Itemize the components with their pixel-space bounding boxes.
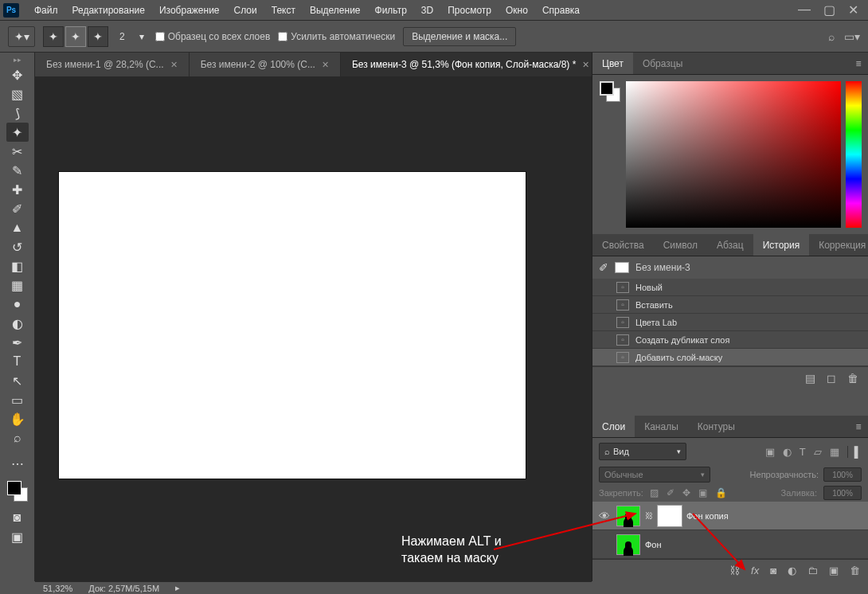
filter-smart-icon[interactable]: ▦ xyxy=(830,446,839,458)
lock-artboard-icon[interactable]: ▣ xyxy=(698,487,707,498)
history-brush-tool[interactable]: ↺ xyxy=(6,237,29,256)
history-item[interactable]: ▫Цвета Lab xyxy=(592,314,868,331)
sample-all-layers-checkbox[interactable]: Образец со всех слоев xyxy=(155,31,271,42)
tab-properties[interactable]: Свойства xyxy=(592,234,654,256)
blur-tool[interactable]: ● xyxy=(6,295,29,314)
lock-pixels-icon[interactable]: ✐ xyxy=(667,487,674,498)
menu-3d[interactable]: 3D xyxy=(414,5,440,16)
layer-thumb[interactable] xyxy=(616,506,640,526)
document-tab-2[interactable]: Без имени-2 @ 100% (C...✕ xyxy=(190,53,341,76)
panel-menu-icon[interactable]: ≡ xyxy=(849,53,868,74)
tab-history[interactable]: История xyxy=(753,234,810,256)
add-mask-icon[interactable]: ◙ xyxy=(770,565,776,576)
layer-filter-kind[interactable]: ⌕ Вид ▾ xyxy=(599,443,686,460)
dodge-tool[interactable]: ◐ xyxy=(6,314,29,333)
adjustment-layer-icon[interactable]: ◐ xyxy=(788,565,796,576)
edit-toolbar-icon[interactable]: ⋯ xyxy=(6,454,29,473)
color-swatch[interactable] xyxy=(7,481,28,502)
brush-tool[interactable]: ✐ xyxy=(6,199,29,218)
fill-input[interactable]: 100% xyxy=(823,486,862,500)
history-item[interactable]: ▫Добавить слой-маску xyxy=(592,349,868,366)
visibility-icon[interactable]: 👁 xyxy=(597,510,612,522)
filter-toggle-icon[interactable]: ▌ xyxy=(847,446,862,458)
zoom-level[interactable]: 51,32% xyxy=(43,584,72,593)
shape-tool[interactable]: ▭ xyxy=(6,390,29,409)
tab-paths[interactable]: Контуры xyxy=(688,416,745,437)
blend-mode-select[interactable]: Обычные▾ xyxy=(599,467,710,483)
quickmask-icon[interactable]: ◙ xyxy=(6,508,29,527)
history-item[interactable]: ▫Создать дубликат слоя xyxy=(592,331,868,349)
workspace-icon[interactable]: ▭▾ xyxy=(844,30,860,43)
type-tool[interactable]: T xyxy=(6,352,29,371)
layer-row[interactable]: Фон xyxy=(592,530,868,559)
close-tab-icon[interactable]: ✕ xyxy=(170,60,178,70)
quick-select-tool[interactable]: ✦ xyxy=(6,123,29,142)
path-select-tool[interactable]: ↖ xyxy=(6,371,29,390)
document-tab-1[interactable]: Без имени-1 @ 28,2% (C...✕ xyxy=(35,53,190,76)
stamp-tool[interactable]: ▲ xyxy=(6,218,29,237)
crop-tool[interactable]: ✂ xyxy=(6,142,29,161)
hand-tool[interactable]: ✋ xyxy=(6,409,29,428)
tab-paragraph[interactable]: Абзац xyxy=(707,234,753,256)
layer-fx-icon[interactable]: fx xyxy=(751,565,759,576)
menu-window[interactable]: Окно xyxy=(499,5,535,16)
auto-enhance-checkbox[interactable]: Усилить автоматически xyxy=(278,31,395,42)
tab-channels[interactable]: Каналы xyxy=(635,416,688,437)
maximize-icon[interactable]: ▢ xyxy=(823,2,835,18)
lock-trans-icon[interactable]: ▨ xyxy=(650,487,659,498)
layer-group-icon[interactable]: 🗀 xyxy=(807,565,818,576)
status-caret-icon[interactable]: ▸ xyxy=(175,583,180,593)
selection-add-icon[interactable]: ✦ xyxy=(65,26,86,47)
selection-subtract-icon[interactable]: ✦ xyxy=(88,26,108,47)
tab-adjustments[interactable]: Коррекция xyxy=(809,234,868,256)
menu-help[interactable]: Справка xyxy=(535,5,587,16)
doc-size[interactable]: Док: 2,57M/5,15M xyxy=(88,584,159,593)
select-and-mask-button[interactable]: Выделение и маска... xyxy=(403,27,516,46)
delete-layer-icon[interactable]: 🗑 xyxy=(850,565,860,576)
tools-collapse-icon[interactable]: ▸▸ xyxy=(14,56,22,65)
filter-type-icon[interactable]: T xyxy=(800,446,806,458)
menu-view[interactable]: Просмотр xyxy=(440,5,499,16)
link-icon[interactable]: ⛓ xyxy=(645,511,653,520)
tab-layers[interactable]: Слои xyxy=(592,416,635,437)
color-field[interactable] xyxy=(626,81,841,228)
selection-new-icon[interactable]: ✦ xyxy=(43,26,64,47)
filter-pixel-icon[interactable]: ▣ xyxy=(765,446,775,458)
minimize-icon[interactable]: — xyxy=(798,2,811,18)
layer-mask-thumb[interactable] xyxy=(658,506,682,526)
tab-character[interactable]: Символ xyxy=(654,234,707,256)
history-item[interactable]: ▫Вставить xyxy=(592,296,868,314)
menu-image[interactable]: Изображение xyxy=(152,5,227,16)
chevron-down-icon[interactable]: ▾ xyxy=(139,31,144,42)
gradient-tool[interactable]: ▦ xyxy=(6,276,29,295)
brush-size-value[interactable]: 2 xyxy=(119,31,125,42)
filter-adjust-icon[interactable]: ◐ xyxy=(783,446,792,458)
search-icon[interactable]: ⌕ xyxy=(828,30,835,43)
menu-filter[interactable]: Фильтр xyxy=(368,5,414,16)
canvas[interactable] xyxy=(59,172,526,479)
close-tab-icon[interactable]: ✕ xyxy=(322,60,329,70)
hue-slider[interactable] xyxy=(846,81,862,228)
link-layers-icon[interactable]: ⛓ xyxy=(729,565,740,576)
layer-name[interactable]: Фон копия xyxy=(686,511,729,521)
close-icon[interactable]: ✕ xyxy=(848,2,858,18)
menu-edit[interactable]: Редактирование xyxy=(65,5,152,16)
layer-thumb[interactable] xyxy=(616,534,640,555)
history-item[interactable]: ▫Новый xyxy=(592,279,868,296)
screenmode-icon[interactable]: ▣ xyxy=(6,527,29,546)
panel-menu-icon[interactable]: ≡ xyxy=(849,416,868,437)
panel-color-swatch[interactable] xyxy=(600,81,620,102)
history-delete-icon[interactable]: 🗑 xyxy=(847,372,858,385)
filter-shape-icon[interactable]: ▱ xyxy=(814,446,822,458)
lock-position-icon[interactable]: ✥ xyxy=(682,487,690,498)
zoom-tool[interactable]: ⌕ xyxy=(6,428,29,447)
new-layer-icon[interactable]: ▣ xyxy=(829,565,839,576)
layer-row[interactable]: 👁 ⛓ Фон копия xyxy=(592,502,868,530)
menu-text[interactable]: Текст xyxy=(264,5,303,16)
menu-file[interactable]: Файл xyxy=(27,5,65,16)
eyedropper-tool[interactable]: ✎ xyxy=(6,161,29,180)
marquee-tool[interactable]: ▧ xyxy=(6,84,29,104)
pen-tool[interactable]: ✒ xyxy=(6,333,29,352)
opacity-input[interactable]: 100% xyxy=(823,467,862,482)
move-tool[interactable]: ✥ xyxy=(6,65,29,84)
